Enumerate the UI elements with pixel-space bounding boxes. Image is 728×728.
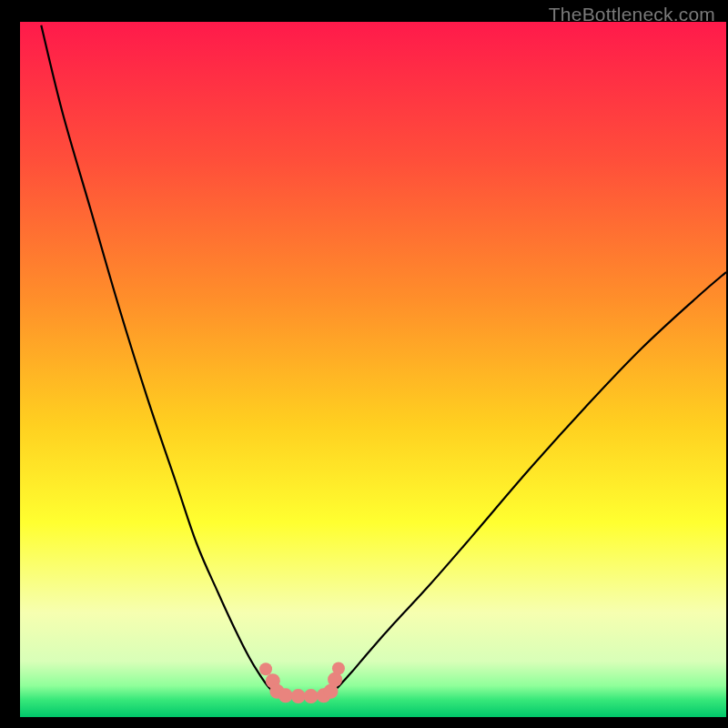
trough-marker [278, 688, 293, 703]
trough-marker [332, 662, 345, 675]
trough-marker [291, 689, 306, 703]
trough-marker [259, 662, 272, 675]
trough-marker [304, 689, 318, 703]
bottleneck-chart [0, 0, 728, 728]
chart-container: { "watermark": "TheBottleneck.com", "cha… [0, 0, 728, 728]
